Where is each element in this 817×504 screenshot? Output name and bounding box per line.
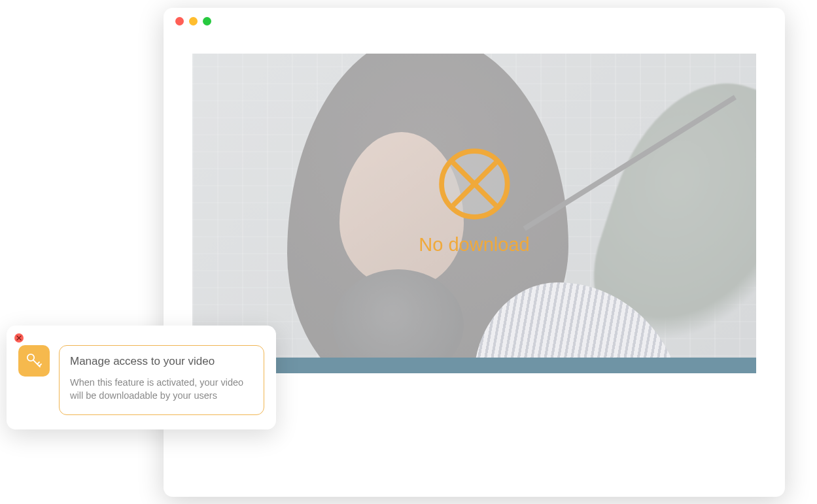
no-download-label: No download — [419, 233, 529, 255]
video-controls-bar[interactable] — [192, 358, 756, 373]
window-titlebar — [164, 8, 785, 34]
no-download-indicator: No download — [419, 146, 529, 255]
popup-close-button[interactable] — [14, 333, 24, 343]
key-icon — [25, 352, 43, 370]
window-expand-button[interactable] — [203, 17, 211, 25]
window-minimize-button[interactable] — [189, 17, 198, 25]
svg-line-8 — [37, 362, 39, 364]
svg-line-9 — [39, 364, 41, 366]
window-close-button[interactable] — [175, 17, 184, 25]
popup-title: Manage access to your video — [70, 355, 253, 368]
info-popup: Manage access to your video When this fe… — [7, 326, 276, 429]
popup-icon-tile — [18, 345, 50, 377]
video-player[interactable]: No download — [192, 54, 756, 373]
popup-text-box: Manage access to your video When this fe… — [59, 345, 264, 415]
popup-description: When this feature is activated, your vid… — [70, 376, 253, 403]
circle-cross-icon — [436, 146, 512, 222]
close-icon — [16, 335, 22, 341]
